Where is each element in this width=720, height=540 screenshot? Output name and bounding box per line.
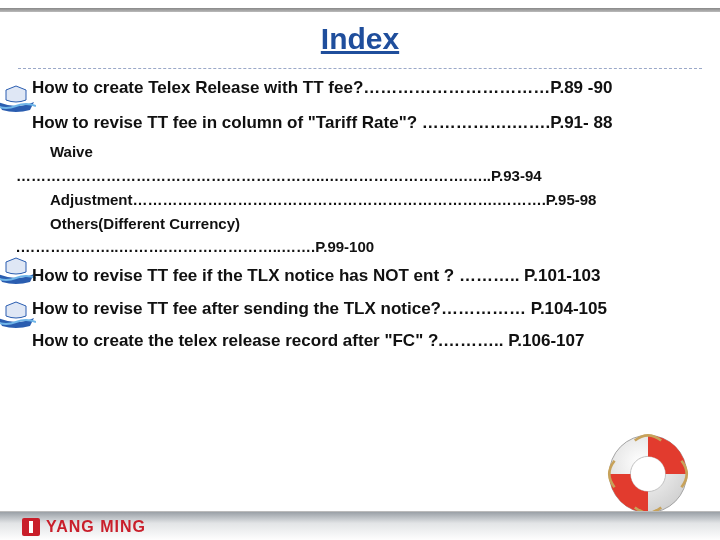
svg-point-1 [630,456,665,491]
brand-mark-icon [22,518,40,536]
index-entry: How to revise TT fee in column of "Tarif… [32,111,700,136]
brand-logo: YANG MING [22,518,146,536]
index-entry: How to create Telex Release with TT fee?… [32,76,700,101]
brand-text: YANG MING [46,518,146,536]
index-subentry: Waive [50,141,700,163]
lifebuoy-icon [604,430,692,518]
title-divider [18,68,702,69]
slide: Index How to create Telex Release with T… [0,0,720,540]
index-subentry-continuation: .………………..……….…………………..…….P.99-100 [16,236,700,258]
index-content: How to create Telex Release with TT fee?… [32,76,700,360]
index-subentry-continuation: ……………………………………………………..….…………………….…..P.93… [16,165,700,187]
index-subentry: Others(Different Currency) [50,213,700,235]
ship-icon [0,84,36,112]
top-rule [0,8,720,12]
page-title: Index [0,22,720,56]
ship-icon [0,300,36,328]
index-entry: How to revise TT fee after sending the T… [32,297,700,322]
index-entry: How to revise TT fee if the TLX notice h… [32,264,700,289]
ship-icon [0,256,36,284]
index-subentry: Adjustment……………………………………………………………….……….P… [50,189,700,211]
index-entry: How to create the telex release record a… [32,329,700,354]
